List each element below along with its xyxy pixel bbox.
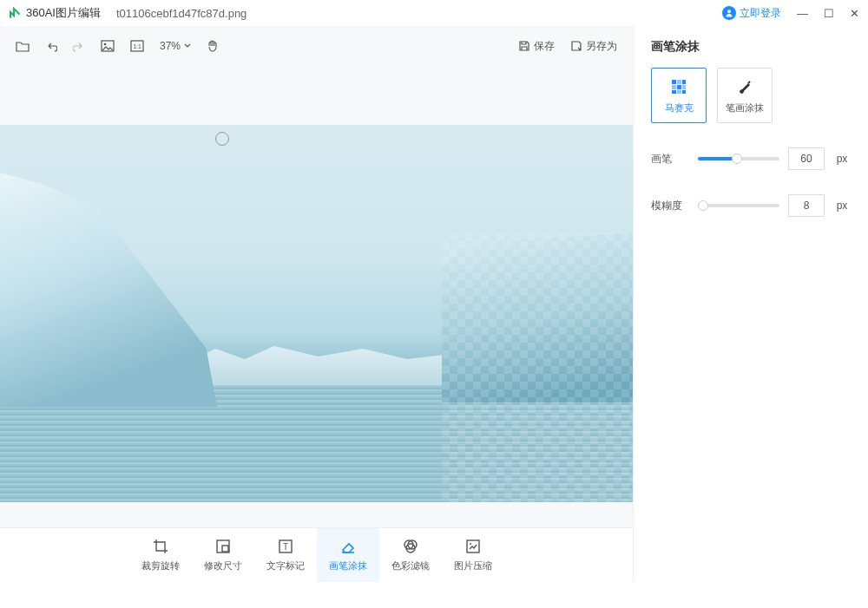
tab-crop-label: 裁剪旋转 xyxy=(141,559,180,572)
file-name: t01106cebf1d47fc87d.png xyxy=(116,7,247,20)
tab-text-label: 文字标记 xyxy=(266,559,305,572)
save-icon xyxy=(518,40,530,52)
slider-thumb[interactable] xyxy=(732,154,742,164)
zoom-level[interactable]: 37% xyxy=(160,40,191,52)
tab-resize[interactable]: 修改尺寸 xyxy=(192,528,254,582)
tab-brush[interactable]: 画笔涂抹 xyxy=(317,528,379,582)
tab-brush-label: 画笔涂抹 xyxy=(329,559,367,572)
svg-rect-14 xyxy=(672,80,676,84)
image-glacier-left xyxy=(0,173,217,407)
brush-size-unit: px xyxy=(833,153,851,165)
svg-rect-21 xyxy=(677,90,681,94)
app-logo xyxy=(9,7,21,19)
svg-point-0 xyxy=(727,10,731,13)
tab-resize-label: 修改尺寸 xyxy=(204,559,242,572)
option-mosaic-label: 马赛克 xyxy=(665,101,694,114)
svg-point-13 xyxy=(470,543,471,545)
slider-thumb[interactable] xyxy=(698,200,708,211)
footer-tabs: 裁剪旋转 修改尺寸 T 文字标记 画笔涂抹 色彩滤镜 图片压缩 xyxy=(0,527,633,581)
zoom-value: 37% xyxy=(160,40,181,52)
minimize-button[interactable]: ― xyxy=(797,7,808,20)
undo-icon[interactable] xyxy=(45,40,57,52)
save-as-button[interactable]: 另存为 xyxy=(570,39,617,54)
save-button[interactable]: 保存 xyxy=(518,39,555,54)
brush-size-row: 画笔 60 px xyxy=(651,147,851,170)
save-as-icon xyxy=(570,40,582,52)
blur-label: 模糊度 xyxy=(651,199,689,213)
tab-compress[interactable]: 图片压缩 xyxy=(442,528,504,582)
svg-rect-6 xyxy=(222,546,228,552)
option-brush-draw[interactable]: 笔画涂抹 xyxy=(717,68,773,123)
redo-icon[interactable] xyxy=(73,40,85,52)
save-as-label: 另存为 xyxy=(586,39,617,54)
hand-tool-icon[interactable] xyxy=(207,39,219,53)
fit-icon[interactable]: 1:1 xyxy=(130,40,144,52)
brush-size-label: 画笔 xyxy=(651,152,689,167)
svg-rect-12 xyxy=(467,540,479,552)
svg-text:T: T xyxy=(282,542,287,552)
svg-rect-20 xyxy=(672,90,676,94)
svg-rect-19 xyxy=(682,85,686,89)
svg-rect-18 xyxy=(677,85,681,89)
svg-rect-15 xyxy=(677,80,681,84)
option-mosaic[interactable]: 马赛克 xyxy=(651,68,707,123)
crop-icon xyxy=(151,537,170,556)
svg-point-2 xyxy=(104,43,107,46)
close-button[interactable]: ✕ xyxy=(850,7,859,20)
avatar-icon xyxy=(722,6,736,20)
filter-icon xyxy=(401,537,420,556)
svg-rect-22 xyxy=(682,90,686,94)
open-file-icon[interactable] xyxy=(16,40,30,52)
tab-crop-rotate[interactable]: 裁剪旋转 xyxy=(129,528,192,582)
toolbar: 1:1 37% 保存 另存为 xyxy=(0,26,633,66)
image-icon[interactable] xyxy=(101,40,115,52)
brush-size-slider[interactable] xyxy=(698,157,779,160)
svg-rect-5 xyxy=(217,540,229,552)
login-label: 立即登录 xyxy=(740,6,781,21)
image-stage xyxy=(0,125,633,502)
blur-value[interactable]: 8 xyxy=(788,194,825,217)
eraser-icon xyxy=(339,537,358,556)
compress-icon xyxy=(464,537,483,556)
svg-rect-17 xyxy=(672,85,676,89)
blur-unit: px xyxy=(833,199,851,212)
side-panel: 画笔涂抹 马赛克 笔画涂抹 画笔 60 px 模糊度 xyxy=(634,26,868,581)
option-brush-label: 笔画涂抹 xyxy=(726,101,764,114)
tab-filter[interactable]: 色彩滤镜 xyxy=(379,528,442,582)
svg-rect-16 xyxy=(682,80,686,84)
mosaic-effect-overlay xyxy=(442,233,633,502)
mosaic-icon xyxy=(668,76,689,97)
brush-cursor-preview xyxy=(215,132,229,146)
login-button[interactable]: 立即登录 xyxy=(717,4,786,23)
blur-row: 模糊度 8 px xyxy=(651,194,851,217)
brush-size-value[interactable]: 60 xyxy=(788,147,825,170)
text-icon: T xyxy=(276,537,295,556)
canvas-area[interactable] xyxy=(0,66,633,527)
blur-slider[interactable] xyxy=(698,204,779,207)
chevron-down-icon xyxy=(184,42,191,49)
titlebar: 360AI图片编辑 t01106cebf1d47fc87d.png 立即登录 ―… xyxy=(0,0,868,26)
app-title: 360AI图片编辑 xyxy=(26,5,101,21)
resize-icon xyxy=(214,537,233,556)
save-label: 保存 xyxy=(534,39,555,54)
maximize-button[interactable]: ☐ xyxy=(824,7,834,20)
svg-text:1:1: 1:1 xyxy=(133,43,141,49)
tab-text[interactable]: T 文字标记 xyxy=(254,528,317,582)
panel-title: 画笔涂抹 xyxy=(651,39,851,55)
brush-icon xyxy=(734,76,755,97)
tab-compress-label: 图片压缩 xyxy=(454,559,492,572)
tab-filter-label: 色彩滤镜 xyxy=(391,559,430,572)
